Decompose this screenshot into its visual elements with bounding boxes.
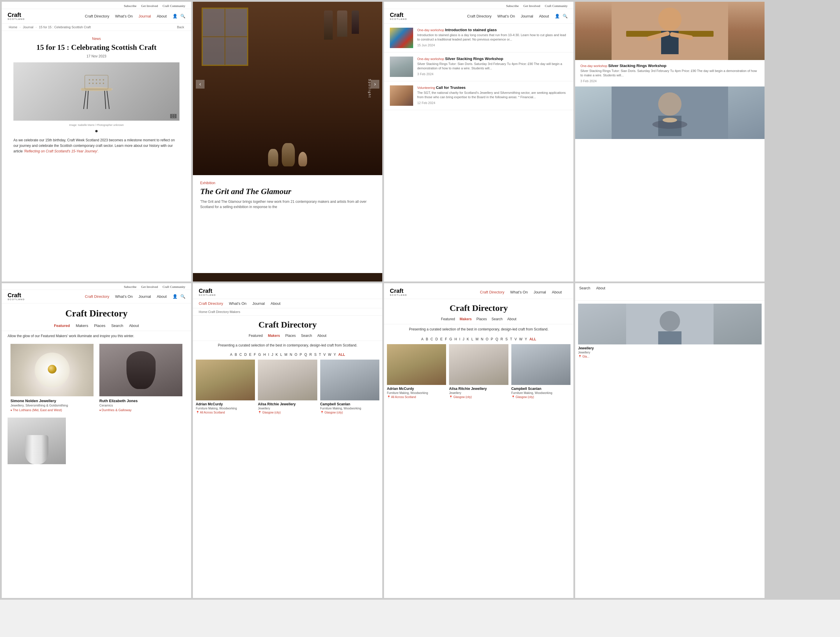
tab-featured-p7[interactable]: Featured xyxy=(441,317,455,321)
p7-alpha-Y[interactable]: Y xyxy=(525,337,527,341)
alpha-V[interactable]: V xyxy=(324,352,326,357)
nav-whats-on[interactable]: What's On xyxy=(115,14,133,18)
logo-p5[interactable]: Craft SCOTLAND xyxy=(8,292,25,301)
alpha-K[interactable]: K xyxy=(276,352,278,357)
p7-alpha-B[interactable]: B xyxy=(426,337,428,341)
nav-whats-on-p5[interactable]: What's On xyxy=(115,294,133,299)
alpha-D[interactable]: D xyxy=(244,352,247,357)
listing-card-p7-1[interactable]: Adrian McCurdy Furniture Making, Woodwor… xyxy=(387,344,446,398)
maker-card-simone[interactable]: Simone Nolden Jewellery Jewellery, Silve… xyxy=(8,341,96,415)
breadcrumb-journal[interactable]: Journal xyxy=(23,25,33,29)
p7-alpha-H[interactable]: H xyxy=(455,337,457,341)
tab-search-p7[interactable]: Search xyxy=(491,317,503,321)
event-item-3[interactable]: Volunteering Call for Trustees The SGT, … xyxy=(384,81,573,110)
nav-craft-directory-p6[interactable]: Craft Directory xyxy=(199,301,223,306)
logo-p7[interactable]: Craft SCOTLAND xyxy=(390,288,407,296)
alpha-M[interactable]: M xyxy=(284,352,287,357)
listing-card-adrian[interactable]: Adrian McCurdy Furniture Making, Woodwor… xyxy=(196,360,255,414)
p7-alpha-S[interactable]: S xyxy=(505,337,508,341)
alpha-O[interactable]: O xyxy=(295,352,297,357)
p7-alpha-I[interactable]: I xyxy=(459,337,460,341)
alpha-J[interactable]: J xyxy=(272,352,273,357)
alpha-Y[interactable]: Y xyxy=(334,352,336,357)
nav-journal-p6[interactable]: Journal xyxy=(252,301,265,306)
search-icon[interactable]: 🔍 xyxy=(180,14,185,19)
p7-alpha-F[interactable]: F xyxy=(445,337,447,341)
nav-journal-p7[interactable]: Journal xyxy=(534,290,546,294)
partial-nav-search[interactable]: Search xyxy=(579,286,590,290)
get-involved-link[interactable]: Get Involved xyxy=(141,4,158,8)
search-icon-p5[interactable]: 🔍 xyxy=(180,294,185,299)
partial-event-silver-rings[interactable]: One-day workshop Silver Stacking Rings W… xyxy=(575,60,764,87)
prev-arrow[interactable]: ‹ xyxy=(196,80,205,89)
nav-craft-directory-p3[interactable]: Craft Directory xyxy=(467,14,491,18)
user-icon-p5[interactable]: 👤 xyxy=(172,294,177,299)
nav-journal[interactable]: Journal xyxy=(138,14,151,18)
p7-alpha-G[interactable]: G xyxy=(449,337,452,341)
partial-nav-about[interactable]: About xyxy=(596,286,605,290)
alpha-I[interactable]: I xyxy=(268,352,269,357)
alpha-R[interactable]: R xyxy=(309,352,312,357)
nav-about-p5[interactable]: About xyxy=(157,294,167,299)
alpha-T[interactable]: T xyxy=(319,352,321,357)
search-icon-p3[interactable]: 🔍 xyxy=(563,14,568,19)
breadcrumb-home-p6[interactable]: Home xyxy=(199,310,207,313)
nav-craft-directory-p5[interactable]: Craft Directory xyxy=(85,294,109,299)
next-arrow[interactable]: › xyxy=(371,80,379,89)
tab-makers-p7[interactable]: Makers xyxy=(460,317,472,321)
alpha-H[interactable]: H xyxy=(264,352,266,357)
article-link[interactable]: 'Reflecting on Craft Scotland's 15-Year … xyxy=(24,149,98,153)
p7-alpha-W[interactable]: W xyxy=(519,337,523,341)
logo[interactable]: Craft SCOTLAND xyxy=(8,12,25,21)
alpha-A[interactable]: A xyxy=(230,352,232,357)
listing-card-p7-2[interactable]: Ailsa Ritchie Jewellery Jewellery 📍 Glas… xyxy=(449,344,508,398)
tab-makers-p5[interactable]: Makers xyxy=(76,324,88,328)
user-icon[interactable]: 👤 xyxy=(172,14,177,19)
alpha-B[interactable]: B xyxy=(235,352,237,357)
p7-alpha-Q[interactable]: Q xyxy=(495,337,498,341)
p7-alpha-all[interactable]: ALL xyxy=(529,337,536,341)
p7-alpha-O[interactable]: O xyxy=(486,337,488,341)
nav-about-p7[interactable]: About xyxy=(552,290,562,294)
p7-alpha-R[interactable]: R xyxy=(501,337,503,341)
silver-cup-card[interactable] xyxy=(2,415,191,467)
p7-alpha-P[interactable]: P xyxy=(491,337,493,341)
alpha-C[interactable]: C xyxy=(240,352,242,357)
logo-p3[interactable]: Craft SCOTLAND xyxy=(390,12,407,21)
subscribe-link-p5[interactable]: Subscribe xyxy=(124,285,136,288)
p7-alpha-K[interactable]: K xyxy=(467,337,469,341)
alpha-P[interactable]: P xyxy=(300,352,302,357)
alpha-S[interactable]: S xyxy=(314,352,316,357)
p7-alpha-D[interactable]: D xyxy=(435,337,438,341)
listing-card-ailsa[interactable]: Ailsa Ritchie Jewellery Jewellery 📍 Glas… xyxy=(258,360,317,414)
tab-about-p5[interactable]: About xyxy=(129,324,139,328)
nav-craft-directory[interactable]: Craft Directory xyxy=(85,14,109,18)
alpha-all[interactable]: ALL xyxy=(338,352,345,357)
alpha-N[interactable]: N xyxy=(290,352,292,357)
nav-whats-on-p3[interactable]: What's On xyxy=(497,14,515,18)
back-link[interactable]: Back xyxy=(177,25,184,29)
get-involved-link-p3[interactable]: Get Involved xyxy=(523,4,540,8)
listing-card-p7-3[interactable]: Campbell Scanlan Furniture Making, Woodw… xyxy=(512,344,570,398)
alpha-G[interactable]: G xyxy=(258,352,261,357)
tab-places-p6[interactable]: Places xyxy=(285,334,296,338)
event-item-1[interactable]: One-day workshop Introduction to stained… xyxy=(384,24,573,52)
alpha-L[interactable]: L xyxy=(280,352,282,357)
p7-alpha-E[interactable]: E xyxy=(440,337,442,341)
craft-community-link-p3[interactable]: Craft Community xyxy=(545,4,568,8)
nav-about-p6[interactable]: About xyxy=(271,301,281,306)
get-involved-link-p5[interactable]: Get Involved xyxy=(141,285,158,288)
subscribe-link[interactable]: Subscribe xyxy=(124,4,136,8)
tab-places-p5[interactable]: Places xyxy=(94,324,106,328)
tab-about-p6[interactable]: About xyxy=(317,334,326,338)
alpha-F[interactable]: F xyxy=(254,352,256,357)
nav-craft-dir-p7[interactable]: Craft Directory xyxy=(480,290,504,294)
fullscreen-icon[interactable]: ⛶ xyxy=(170,114,177,118)
craft-community-link-p5[interactable]: Craft Community xyxy=(163,285,185,288)
p7-alpha-C[interactable]: C xyxy=(431,337,433,341)
tab-makers-p6[interactable]: Makers xyxy=(268,334,280,338)
p7-alpha-V[interactable]: V xyxy=(515,337,517,341)
breadcrumb-craft-dir-p6[interactable]: Craft Directory xyxy=(208,310,229,313)
nav-about[interactable]: About xyxy=(157,14,167,18)
nav-journal-p3[interactable]: Journal xyxy=(521,14,533,18)
